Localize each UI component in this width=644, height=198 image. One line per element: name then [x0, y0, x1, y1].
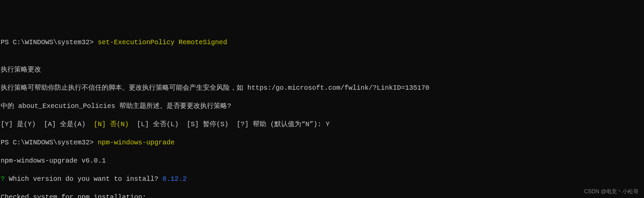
version-selected: 8.12.2: [162, 175, 187, 183]
policy-options-line[interactable]: [Y] 是(Y) [A] 全是(A) [N] 否(N) [L] 全否(L) [S…: [1, 120, 643, 129]
question-text: Which version do you want to install?: [5, 175, 162, 183]
policy-n-option: [N] 否(N): [94, 120, 129, 128]
prompt-text: PS C:\WINDOWS\system32>: [1, 139, 98, 146]
terminal-line-2[interactable]: PS C:\WINDOWS\system32> npm-windows-upgr…: [1, 138, 643, 147]
terminal-line-1[interactable]: PS C:\WINDOWS\system32> set-ExecutionPol…: [1, 38, 643, 47]
command-text: set-ExecutionPolicy RemoteSigned: [98, 38, 227, 46]
policy-title: 执行策略更改: [1, 65, 643, 74]
policy-desc-2: 中的 about_Execution_Policies 帮助主题所述。是否要更改…: [1, 102, 643, 111]
csdn-watermark: CSDN @电竞丶小松哥: [584, 188, 639, 195]
version-line: npm-windows-upgrade v6.0.1: [1, 156, 643, 165]
policy-desc-1: 执行策略可帮助你防止执行不信任的脚本。更改执行策略可能会产生安全风险，如 htt…: [1, 83, 643, 92]
command-text: npm-windows-upgrade: [98, 139, 175, 146]
check-line: Checked system for npm installation:: [1, 193, 643, 198]
prompt-text: PS C:\WINDOWS\system32>: [1, 38, 98, 46]
policy-options-part2: [L] 全否(L) [S] 暂停(S) [?] 帮助 (默认值为“N”): Y: [129, 120, 330, 128]
policy-options-part1: [Y] 是(Y) [A] 全是(A): [1, 120, 94, 128]
question-mark-icon: ?: [1, 175, 5, 183]
question-line: ? Which version do you want to install? …: [1, 174, 643, 183]
